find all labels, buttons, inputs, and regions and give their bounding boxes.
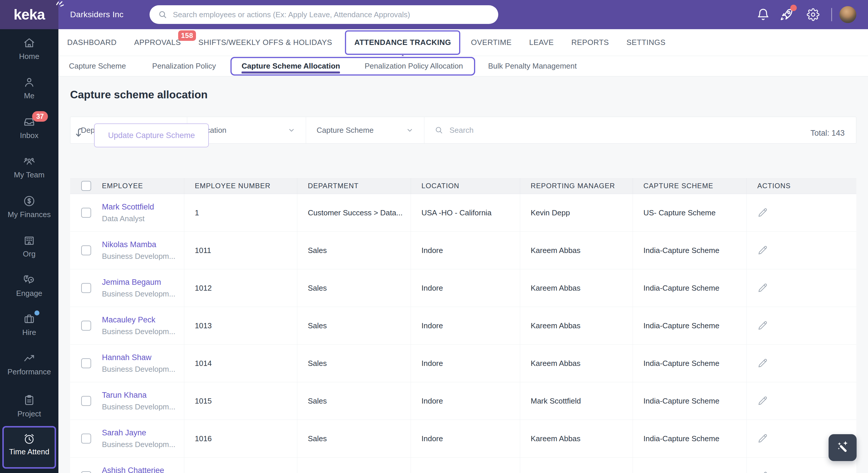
- tab-reports[interactable]: REPORTS: [571, 38, 609, 47]
- total-count: Total: 143: [810, 129, 845, 138]
- subtab-penalization-policy[interactable]: Penalization Policy: [152, 62, 216, 71]
- logo-spark-icon: [54, 0, 66, 7]
- actions-cell: [746, 382, 856, 419]
- table-search-input[interactable]: [449, 126, 845, 135]
- sidebar-item-me[interactable]: Me: [0, 75, 58, 100]
- table-search[interactable]: [424, 117, 856, 143]
- edit-pencil-icon[interactable]: [757, 471, 768, 473]
- actions-cell: [746, 194, 856, 231]
- edit-pencil-icon[interactable]: [757, 320, 768, 331]
- employee-number-cell: 1015: [184, 382, 297, 419]
- employee-cell: Macauley Peck Business Developm...: [70, 307, 184, 344]
- chevron-down-icon: [288, 126, 295, 134]
- sidebar-item-home[interactable]: Home: [0, 36, 58, 61]
- tab-attendance-tracking[interactable]: ATTENDANCE TRACKING: [354, 38, 451, 47]
- row-checkbox[interactable]: [81, 358, 91, 368]
- tab-leave[interactable]: LEAVE: [529, 38, 554, 47]
- sidebar-item-time-attend[interactable]: Time Attend: [2, 426, 56, 469]
- edit-pencil-icon[interactable]: [757, 207, 768, 218]
- sidebar-item-performance[interactable]: Performance: [0, 351, 58, 376]
- row-checkbox[interactable]: [81, 471, 91, 473]
- org-icon: [23, 234, 36, 247]
- employee-name-link[interactable]: Nikolas Mamba: [102, 240, 175, 249]
- edit-pencil-icon[interactable]: [757, 358, 768, 369]
- user-avatar[interactable]: [839, 6, 856, 23]
- select-all-checkbox[interactable]: [81, 181, 91, 191]
- sidebar-item-engage[interactable]: Engage: [0, 273, 58, 298]
- row-checkbox[interactable]: [81, 434, 91, 443]
- update-capture-scheme-button[interactable]: Update Capture Scheme: [94, 124, 209, 147]
- company-name: Darksiders Inc: [70, 0, 124, 29]
- table-header-row: EMPLOYEE EMPLOYEE NUMBER DEPARTMENT LOCA…: [70, 178, 856, 194]
- edit-pencil-icon[interactable]: [757, 433, 768, 444]
- magic-wand-icon: [835, 440, 850, 455]
- apply-down-icon[interactable]: [73, 127, 86, 139]
- actions-cell: [746, 269, 856, 307]
- employee-name-link[interactable]: Jemima Begaum: [102, 278, 175, 287]
- search-icon: [435, 126, 443, 134]
- global-search-input[interactable]: [172, 10, 490, 20]
- employee-role: Business Developm...: [102, 290, 175, 299]
- capture-scheme-filter-dropdown[interactable]: Capture Scheme: [306, 117, 424, 143]
- row-checkbox[interactable]: [81, 245, 91, 255]
- tab-settings[interactable]: SETTINGS: [626, 38, 665, 47]
- employee-cell: Tarun Khana Business Developm...: [70, 382, 184, 419]
- finances-icon: [23, 194, 36, 208]
- notifications-bell-icon[interactable]: [756, 0, 770, 29]
- home-icon: [23, 36, 36, 49]
- topbar-divider: [831, 8, 832, 21]
- global-search[interactable]: [150, 5, 498, 24]
- row-checkbox[interactable]: [81, 321, 91, 331]
- employee-number-cell: 1013: [184, 307, 297, 344]
- sidebar-item-project[interactable]: Project: [0, 393, 58, 418]
- employee-name-link[interactable]: Sarah Jayne: [102, 428, 175, 437]
- magic-wand-fab-button[interactable]: [829, 434, 857, 461]
- edit-pencil-icon[interactable]: [757, 245, 768, 256]
- row-checkbox[interactable]: [81, 208, 91, 218]
- topbar: Darksiders Inc: [0, 0, 868, 29]
- sidebar-item-org[interactable]: Org: [0, 233, 58, 259]
- subtab-penalization-policy-allocation[interactable]: Penalization Policy Allocation: [365, 62, 463, 71]
- whats-new-rocket-icon[interactable]: [779, 0, 795, 29]
- employee-name-link[interactable]: Mark Scottfield: [102, 203, 154, 211]
- header-capture-scheme: CAPTURE SCHEME: [632, 178, 746, 194]
- settings-gear-icon[interactable]: [807, 0, 819, 29]
- table-row: Jemima Begaum Business Developm... 1012 …: [70, 269, 856, 307]
- sidebar-item-hire[interactable]: Hire: [0, 312, 58, 337]
- subtab-capture-scheme[interactable]: Capture Scheme: [69, 62, 126, 71]
- location-cell: Indore: [411, 232, 520, 269]
- tab-overtime[interactable]: OVERTIME: [471, 38, 512, 47]
- subtab-bulk-penalty-management[interactable]: Bulk Penalty Management: [488, 62, 577, 71]
- sidebar-item-inbox[interactable]: 37 Inbox: [0, 115, 58, 140]
- department-cell: Sales: [297, 232, 411, 269]
- employee-name-link[interactable]: Ashish Chatterjee: [102, 466, 175, 473]
- time-attend-clock-icon: [23, 432, 36, 446]
- employee-name-link[interactable]: Hannah Shaw: [102, 353, 175, 362]
- team-icon: [23, 155, 36, 168]
- employee-role: Business Developm...: [102, 365, 175, 374]
- employee-name-link[interactable]: Macauley Peck: [102, 315, 175, 325]
- edit-pencil-icon[interactable]: [757, 283, 768, 293]
- header-location: LOCATION: [411, 178, 520, 194]
- tab-dashboard[interactable]: DASHBOARD: [67, 38, 117, 47]
- sidebar-item-my-team[interactable]: My Team: [0, 154, 58, 179]
- tab-shifts-weekly-offs-holidays[interactable]: SHIFTS/WEEKLY OFFS & HOLIDAYS: [198, 38, 332, 47]
- subtab-capture-scheme-allocation[interactable]: Capture Scheme Allocation: [242, 58, 340, 74]
- keka-logo[interactable]: keka: [0, 0, 58, 29]
- tab-approvals[interactable]: APPROVALS158: [134, 38, 181, 47]
- header-actions: ACTIONS: [746, 178, 856, 194]
- table-body: Mark Scottfield Data Analyst 1 Customer …: [70, 194, 856, 473]
- edit-pencil-icon[interactable]: [757, 396, 768, 406]
- row-checkbox[interactable]: [81, 396, 91, 406]
- row-checkbox[interactable]: [81, 283, 91, 293]
- hire-icon: [23, 312, 36, 326]
- employee-cell: Jemima Begaum Business Developm...: [70, 269, 184, 307]
- reporting-manager-cell: Kareem Abbas: [520, 458, 632, 473]
- location-cell: Indore: [411, 382, 520, 419]
- employee-name-link[interactable]: Tarun Khana: [102, 391, 175, 400]
- user-icon: [23, 75, 36, 89]
- reporting-manager-cell: Mark Scottfield: [520, 382, 632, 419]
- sidebar-item-my-finances[interactable]: My Finances: [0, 194, 58, 219]
- capture-scheme-cell: India-Capture Scheme: [632, 269, 746, 307]
- employee-role: Business Developm...: [102, 327, 175, 336]
